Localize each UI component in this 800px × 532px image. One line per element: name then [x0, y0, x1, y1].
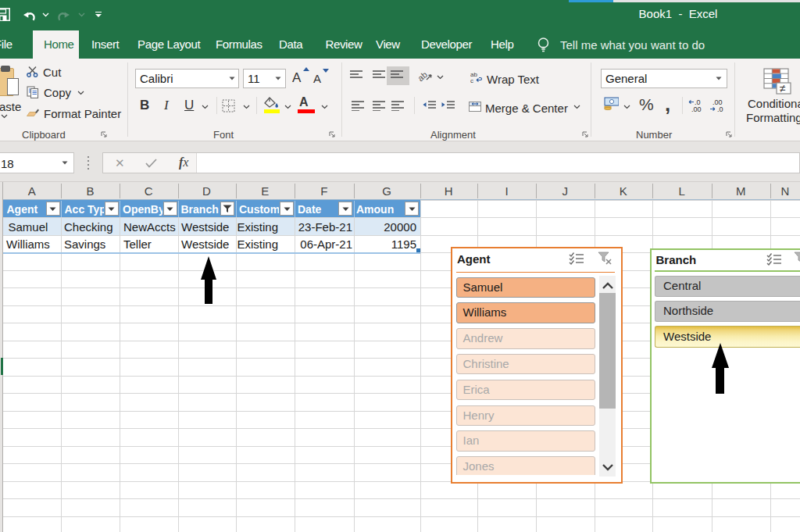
svg-text:c: c — [470, 77, 473, 83]
svg-text:.0: .0 — [717, 105, 723, 112]
svg-text:ab: ab — [419, 70, 429, 83]
svg-text:.00: .00 — [691, 105, 702, 112]
svg-text:≠: ≠ — [780, 82, 786, 95]
